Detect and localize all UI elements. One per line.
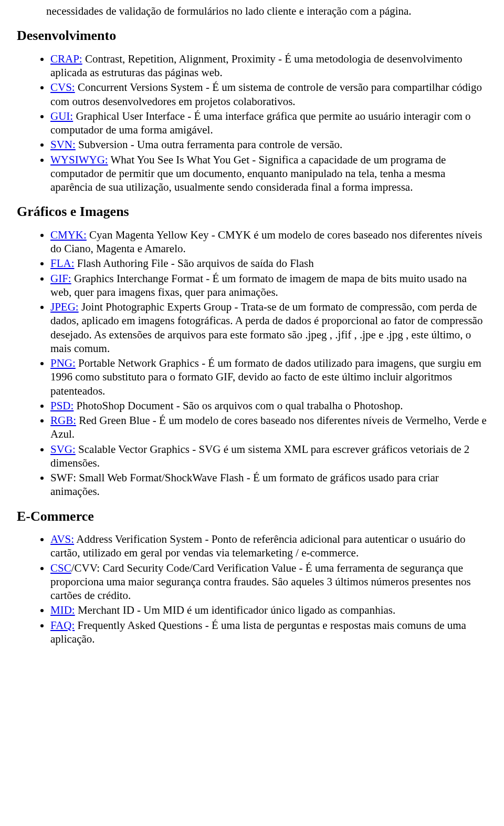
term-desc: Red Green Blue - É um modelo de cores ba…	[50, 414, 487, 440]
term-desc: Flash Authoring File - São arquivos de s…	[75, 257, 314, 270]
term-link[interactable]: SVN:	[50, 138, 76, 151]
list-item: SWF: Small Web Format/ShockWave Flash - …	[50, 471, 487, 499]
term-desc: Cyan Magenta Yellow Key - CMYK é um mode…	[50, 229, 482, 255]
term-desc: Graphical User Interface - É uma interfa…	[50, 110, 471, 136]
term-desc: What You See Is What You Get - Significa…	[50, 153, 446, 194]
term-link[interactable]: MID:	[50, 604, 75, 616]
list-item: AVS: Address Verification System - Ponto…	[50, 532, 487, 560]
list-item: FLA: Flash Authoring File - São arquivos…	[50, 256, 487, 270]
intro-paragraph: necessidades de validação de formulários…	[46, 4, 487, 18]
term-desc: Portable Network Graphics - É um formato…	[50, 357, 481, 397]
term-link[interactable]: GIF:	[50, 272, 71, 285]
list-item: PNG: Portable Network Graphics - É um fo…	[50, 356, 487, 398]
term-desc: PhotoShop Document - São os arquivos com…	[74, 399, 403, 412]
term-link[interactable]: PNG:	[50, 357, 76, 369]
list-item: FAQ: Frequently Asked Questions - É uma …	[50, 618, 487, 646]
list-item: MID: Merchant ID - Um MID é um identific…	[50, 603, 487, 617]
term-link[interactable]: CRAP:	[50, 53, 82, 65]
term-link[interactable]: GUI:	[50, 110, 73, 122]
term-link[interactable]: FLA:	[50, 257, 75, 270]
term-desc: SWF: Small Web Format/ShockWave Flash - …	[50, 471, 439, 498]
list-item: PSD: PhotoShop Document - São os arquivo…	[50, 399, 487, 412]
term-desc: Scalable Vector Graphics - SVG é um sist…	[50, 443, 469, 469]
section-heading-graficos: Gráficos e Imagens	[17, 203, 487, 221]
term-link[interactable]: AVS:	[50, 533, 74, 545]
list-item: CMYK: Cyan Magenta Yellow Key - CMYK é u…	[50, 228, 487, 256]
list-item: WYSIWYG: What You See Is What You Get - …	[50, 153, 487, 194]
list-item: RGB: Red Green Blue - É um modelo de cor…	[50, 414, 487, 441]
term-link[interactable]: CMYK:	[50, 229, 87, 241]
term-link[interactable]: WYSIWYG:	[50, 153, 108, 166]
term-desc: Merchant ID - Um MID é um identificador …	[75, 604, 396, 616]
term-desc: Graphics Interchange Format - É um forma…	[50, 272, 467, 298]
list-item: CVS: Concurrent Versions System - É um s…	[50, 80, 487, 108]
list-item: CSC/CVV: Card Security Code/Card Verific…	[50, 561, 487, 603]
graficos-list: CMYK: Cyan Magenta Yellow Key - CMYK é u…	[17, 228, 487, 499]
list-item: CRAP: Contrast, Repetition, Alignment, P…	[50, 52, 487, 80]
desenvolvimento-list: CRAP: Contrast, Repetition, Alignment, P…	[17, 52, 487, 194]
section-heading-ecommerce: E-Commerce	[17, 508, 487, 525]
list-item: SVG: Scalable Vector Graphics - SVG é um…	[50, 442, 487, 470]
term-desc: Subversion - Uma outra ferramenta para c…	[76, 138, 342, 151]
term-link[interactable]: PSD:	[50, 399, 74, 412]
term-link[interactable]: CSC	[50, 562, 71, 574]
ecommerce-list: AVS: Address Verification System - Ponto…	[17, 532, 487, 646]
list-item: GIF: Graphics Interchange Format - É um …	[50, 272, 487, 300]
list-item: SVN: Subversion - Uma outra ferramenta p…	[50, 138, 487, 151]
list-item: JPEG: Joint Photographic Experts Group -…	[50, 300, 487, 355]
term-desc: Joint Photographic Experts Group - Trata…	[50, 301, 482, 355]
term-desc: Concurrent Versions System - É um sistem…	[50, 81, 482, 107]
term-desc: Contrast, Repetition, Alignment, Proximi…	[50, 53, 463, 79]
list-item: GUI: Graphical User Interface - É uma in…	[50, 109, 487, 137]
section-heading-desenvolvimento: Desenvolvimento	[17, 27, 487, 45]
term-link[interactable]: CVS:	[50, 81, 75, 94]
term-desc: /CVV: Card Security Code/Card Verificati…	[50, 562, 471, 602]
term-link[interactable]: RGB:	[50, 414, 76, 427]
term-desc: Frequently Asked Questions - É uma lista…	[50, 619, 466, 645]
term-link[interactable]: JPEG:	[50, 301, 79, 313]
term-link[interactable]: FAQ:	[50, 619, 75, 632]
term-link[interactable]: SVG:	[50, 443, 76, 456]
term-desc: Address Verification System - Ponto de r…	[50, 533, 466, 559]
